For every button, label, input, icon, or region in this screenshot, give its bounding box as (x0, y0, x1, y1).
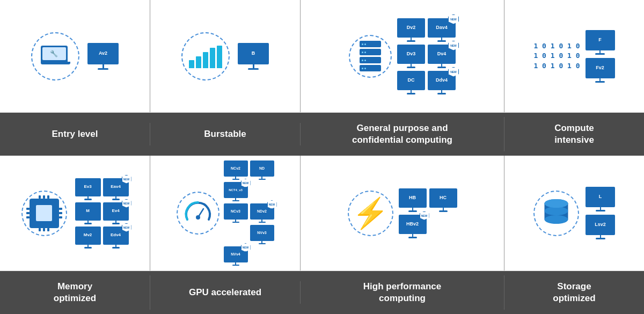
eav4-new-badge: NEW (122, 175, 131, 184)
col-compute-icons: 1 0 1 0 1 0 1 0 1 0 1 0 1 0 1 0 1 0 F (504, 0, 644, 112)
speedometer-icon (182, 197, 214, 229)
dav4-monitor: Dav4 NEW (428, 18, 456, 42)
nvv3-monitor: NVv3 (250, 225, 274, 244)
wrench-icon: 🔧 (50, 50, 58, 57)
laptop-icon: 🔧 (41, 46, 70, 67)
database-icon (541, 197, 571, 229)
main-container: 🔧 Av2 (0, 0, 644, 314)
av2-label: Av2 (99, 51, 107, 56)
col-general-icons: Dv2 Dav4 NEW (301, 0, 504, 112)
bar4 (210, 48, 215, 68)
b-monitor: B (238, 43, 269, 70)
compute-icons-area: 1 0 1 0 1 0 1 0 1 0 1 0 1 0 1 0 1 0 F (533, 30, 614, 83)
nct4-new-badge: NEW (241, 179, 251, 187)
storage-icons-area: L Lsv2 (533, 187, 615, 239)
burst-icons-area: B (181, 32, 269, 81)
l-monitor: L (586, 187, 615, 211)
memory-dashed-circle (21, 191, 67, 236)
label-memory: Memory optimized (0, 275, 150, 310)
hpc-monitor-grid: HB HC HBv2 (399, 188, 457, 238)
label-compute: Compute intensive (504, 117, 644, 151)
nvv4-monitor: NVv4 NEW (224, 246, 248, 266)
hb-monitor: HB (399, 188, 427, 212)
ncv3-monitor: NCv3 (224, 203, 248, 223)
hpc-dashed-circle: ⚡ (348, 191, 393, 236)
entry-icons-area: 🔧 Av2 (31, 32, 119, 81)
fv2-monitor: Fv2 (586, 58, 615, 83)
svg-point-4 (545, 215, 568, 224)
svg-point-6 (545, 199, 568, 208)
col-gpu-icons: NCv2 ND NCT4_v3 (150, 156, 301, 271)
binary-display: 1 0 1 0 1 0 1 0 1 0 1 0 1 0 1 0 1 0 (533, 41, 580, 71)
cpu-inner (36, 205, 52, 221)
general-monitor-grid: Dv2 Dav4 NEW (397, 18, 456, 94)
col-burst-icons: B (150, 0, 301, 112)
ddv4-new-badge: NEW (448, 67, 459, 77)
nct4v3-monitor: NCT4_v3 NEW (224, 182, 248, 201)
label-storage: Storage optimized (504, 275, 644, 310)
edv4-new-badge: NEW (122, 223, 131, 232)
dv4-new-badge: NEW (448, 41, 459, 50)
svg-point-1 (196, 215, 200, 220)
top-icons-row: 🔧 Av2 (0, 0, 644, 113)
hc-monitor: HC (429, 188, 457, 212)
col-hpc-icons: ⚡ HB HC (301, 156, 504, 271)
bottom-icons-row: Ev3 Eav4 NEW (0, 156, 644, 271)
eav4-monitor: Eav4 NEW (103, 178, 129, 200)
general-dashed-circle (349, 35, 392, 78)
label-burstable: Burstable (150, 123, 301, 145)
nvv4-new-badge: NEW (241, 243, 251, 252)
server-icon (360, 41, 381, 71)
gpu-monitor-grid: NCv2 ND NCT4_v3 (224, 160, 274, 266)
col-storage-icons: L Lsv2 (504, 156, 644, 271)
ncv2-monitor: NCv2 (224, 160, 248, 180)
edv4-monitor: Edv4 NEW (103, 227, 129, 249)
mv2-monitor: Mv2 (75, 227, 101, 249)
memory-icons-area: Ev3 Eav4 NEW (21, 178, 129, 249)
bar-chart-icon (189, 44, 222, 68)
ev3-monitor: Ev3 (75, 178, 101, 200)
label-gpu: GPU accelerated (150, 281, 301, 304)
b-label: B (252, 51, 255, 56)
gpu-icons-area: NCv2 ND NCT4_v3 (177, 160, 274, 266)
general-icons-area: Dv2 Dav4 NEW (349, 18, 456, 94)
bottom-label-row: Memory optimized GPU accelerated High pe… (0, 271, 644, 314)
ddv4-monitor: Ddv4 NEW (428, 71, 456, 94)
storage-monitors: L Lsv2 (586, 187, 615, 239)
ev4-new-badge: NEW (122, 199, 131, 208)
label-entry: Entry level (0, 123, 150, 145)
bar2 (196, 56, 201, 68)
dv4-monitor: Dv4 NEW (428, 45, 456, 68)
f-monitor: F (586, 30, 615, 55)
bar3 (203, 52, 208, 68)
svg-point-5 (545, 207, 568, 215)
nd-monitor: ND (250, 160, 274, 180)
gpu-dashed-circle (177, 192, 219, 235)
dav4-new-badge: NEW (448, 14, 459, 24)
m-monitor: M (75, 202, 101, 224)
hbv2-new-badge: NEW (420, 211, 429, 220)
ev4-monitor: Ev4 NEW (103, 202, 129, 224)
entry-dashed-circle: 🔧 (31, 32, 79, 81)
ndv2-new-badge: NEW (267, 200, 277, 209)
hbv2-monitor: HBv2 NEW (399, 215, 427, 238)
storage-dashed-circle (533, 191, 579, 236)
hpc-icons-area: ⚡ HB HC (348, 188, 457, 238)
burst-dashed-circle (181, 32, 230, 81)
top-label-row: Entry level Burstable General purpose an… (0, 113, 644, 156)
col-entry-icons: 🔧 Av2 (0, 0, 150, 112)
ndv2-monitor: NDv2 NEW (250, 203, 274, 223)
memory-monitor-grid: Ev3 Eav4 NEW (75, 178, 129, 249)
f-series-monitors: F Fv2 (586, 30, 615, 83)
bar5 (217, 46, 222, 68)
label-hpc: High performance computing (301, 275, 504, 310)
cpu-icon (30, 199, 59, 228)
lsv2-monitor: Lsv2 (586, 215, 615, 239)
lightning-icon: ⚡ (352, 199, 389, 228)
dv2-monitor: Dv2 (397, 18, 425, 42)
dc-monitor: DC (397, 71, 425, 94)
col-memory-icons: Ev3 Eav4 NEW (0, 156, 150, 271)
bar1 (189, 60, 194, 68)
av2-monitor: Av2 (87, 43, 119, 70)
label-general: General purpose and confidential computi… (301, 117, 504, 151)
